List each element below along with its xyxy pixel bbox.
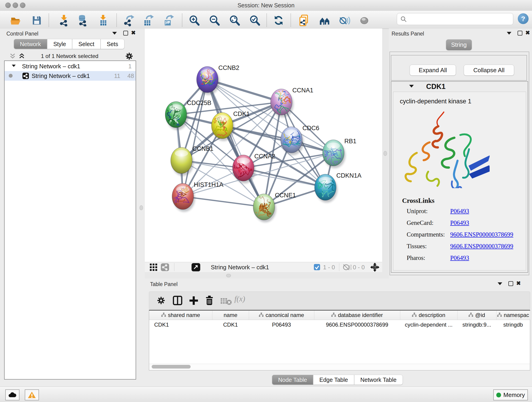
horizontal-scrollbar[interactable] [149,364,530,370]
table-cell[interactable]: 9606.ENSP00000378699 [314,320,400,329]
zoom-selected-icon[interactable] [249,14,261,26]
expand-all-button[interactable]: Expand All [410,65,456,76]
scrollbar-thumb[interactable] [152,365,191,369]
column-header-description[interactable]: description [400,311,457,320]
column-header-canonical-name[interactable]: canonical name [249,311,314,320]
panel-minimize-icon[interactable] [112,32,117,35]
splitter-handle[interactable] [226,274,231,277]
network-node-CDC6[interactable]: CDC6 [278,125,319,155]
panel-float-icon[interactable] [518,31,522,36]
save-session-icon[interactable] [31,14,43,26]
panel-float-icon[interactable] [123,31,128,36]
collapse-all-button[interactable]: Collapse All [464,65,514,76]
string-glasses-off-icon[interactable] [339,14,351,26]
table-cell[interactable]: CDK1 [212,320,249,329]
search-input[interactable] [397,13,513,25]
export-image-icon[interactable] [163,14,175,26]
panel-close-icon[interactable]: ✖ [525,31,530,35]
fit-selected-crosshair-icon[interactable] [370,262,380,272]
splitter-handle[interactable] [384,151,387,156]
toolbar-separator [182,13,182,27]
delete-table-icon[interactable] [221,297,232,305]
tab-edge-table[interactable]: Edge Table [313,375,354,385]
import-network-from-database-icon[interactable] [77,14,89,26]
network-edge[interactable] [183,80,207,196]
section-expander-icon[interactable] [409,85,414,88]
open-in-window-icon[interactable] [191,263,200,271]
tree-expander-icon[interactable] [12,65,16,67]
tab-sets[interactable]: Sets [101,39,124,49]
open-session-icon[interactable] [10,14,22,26]
table-toolbar: f(x) [149,292,530,309]
tab-select[interactable]: Select [72,39,100,49]
network-row-selected[interactable]: String Network – cdk1 11 48 [5,71,136,81]
network-node-CCNE1[interactable]: CCNE1 [250,192,296,222]
string-eye-icon[interactable] [358,14,370,26]
panel-float-icon[interactable] [508,281,513,286]
tab-node-table[interactable]: Node Table [272,375,313,385]
crosslink-link[interactable]: P06493 [450,208,469,215]
warning-button[interactable] [25,389,39,400]
panel-minimize-icon[interactable] [498,282,502,285]
zoom-in-icon[interactable] [188,14,200,26]
network-node-CDKN1A[interactable]: CDKN1A [303,172,361,203]
panel-close-icon[interactable]: ✖ [516,281,521,286]
tab-network[interactable]: Network [14,39,47,49]
tab-string[interactable]: String [446,39,472,50]
tab-network-table[interactable]: Network Table [354,375,403,385]
function-builder-button[interactable]: f(x) [234,294,245,303]
cloud-button[interactable] [5,389,19,400]
crosslink-link[interactable]: P06493 [450,219,469,226]
crosslink-link[interactable]: 9606.ENSP00000378699 [450,231,513,238]
import-table-from-file-icon[interactable] [97,14,109,26]
clone-network-icon[interactable] [298,14,310,26]
network-node-CDC25B[interactable]: CDC25B [162,99,211,132]
selected-checkbox-icon[interactable] [314,264,320,270]
window-title: Session: New Session [0,2,532,9]
string-home-icon[interactable] [319,14,331,26]
crosslink-label: GeneCard: [407,219,433,226]
node-count: 11 [114,72,120,80]
crosslink-link[interactable]: 9606.ENSP00000378699 [450,243,513,250]
network-edge[interactable] [183,196,264,207]
zoom-out-icon[interactable] [209,14,220,26]
hidden-eye-slash-icon[interactable] [342,264,351,270]
network-node-RB1[interactable]: RB1 [323,138,356,168]
create-column-plus-icon[interactable] [189,295,199,306]
network-node-CDK1[interactable]: CDK1 [210,110,250,141]
column-header-name[interactable]: name [212,311,249,320]
column-header-namespac[interactable]: namespac [496,311,530,320]
show-columns-icon[interactable] [172,295,183,306]
column-header-shared-name[interactable]: shared name [149,311,212,320]
tab-style[interactable]: Style [47,39,72,49]
node-table[interactable]: shared namenamecanonical namedatabase id… [149,310,530,370]
network-view-canvas[interactable]: CCNB2CCNA1CDC25BCDK1CDC6RB1CCNB1CCNA2CDK… [145,29,382,262]
help-button[interactable]: ? [518,13,529,24]
birds-eye-view-icon[interactable] [150,264,158,271]
string-network-graph[interactable]: CCNB2CCNA1CDC25BCDK1CDC6RB1CCNB1CCNA2CDK… [145,29,382,262]
gear-icon[interactable] [125,52,133,60]
panel-minimize-icon[interactable] [507,32,511,35]
panel-close-icon[interactable]: ✖ [131,31,136,35]
crosslink-link[interactable]: P06493 [450,254,469,262]
delete-column-trash-icon[interactable] [204,295,215,306]
crosslinks-title: CrossLinks [402,197,434,204]
memory-button[interactable]: Memory [493,389,528,400]
export-network-icon[interactable] [123,14,135,26]
table-cell[interactable]: P06493 [249,320,314,329]
table-cell[interactable]: CDK1 [149,320,217,329]
table-cell[interactable]: cyclin-dependent ... [400,320,457,329]
import-network-from-file-icon[interactable] [58,14,70,26]
column-header-at-id[interactable]: @id [457,311,496,320]
table-cell[interactable]: stringdb:9... [457,320,496,329]
export-table-icon[interactable] [143,14,154,26]
network-collection-row[interactable]: String Network – cdk1 1 [5,61,136,71]
table-cell[interactable]: stringdb [496,320,530,329]
table-settings-gear-icon[interactable] [157,296,166,305]
string-share-icon[interactable] [161,263,169,271]
zoom-fit-content-icon[interactable] [229,14,241,26]
splitter-handle[interactable] [139,205,143,210]
column-header-database-identifier[interactable]: database identifier [314,311,400,320]
refresh-view-icon[interactable] [273,14,285,26]
column-header-label: shared name [168,312,200,318]
